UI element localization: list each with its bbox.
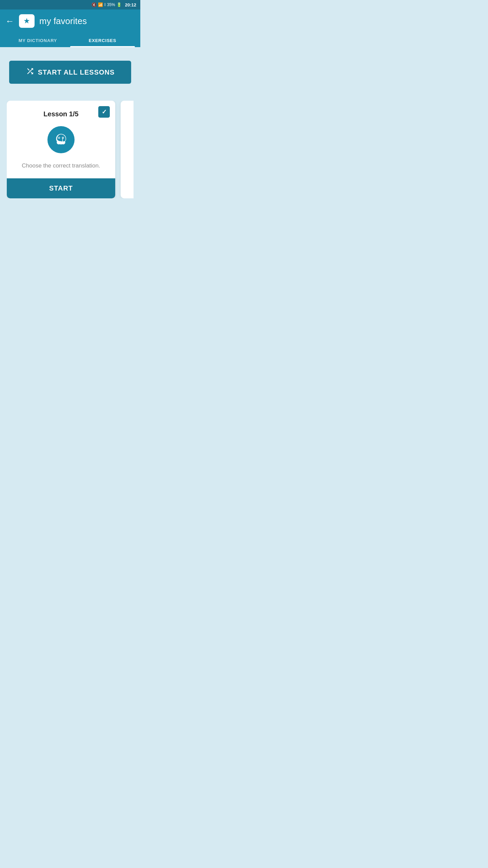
lesson-card-1: ✓ Lesson 1/5 Choose the correct translat… [7, 101, 115, 198]
start-all-label: START ALL LESSONS [38, 68, 115, 76]
lesson-description: Choose the correct translation. [14, 161, 108, 170]
wifi-icon: 📶 [98, 2, 103, 7]
tab-bar: MY DICTIONARY EXERCISES [5, 34, 135, 47]
status-icons: 🔇 📶 Ⅰ 35% 🔋 20:12 [92, 2, 136, 7]
lesson-title: Lesson 1/5 [14, 110, 108, 118]
tab-exercises[interactable]: EXERCISES [70, 34, 135, 47]
signal-icon: Ⅰ [104, 2, 106, 7]
shuffle-icon [26, 67, 35, 78]
mute-icon: 🔇 [92, 2, 97, 7]
lesson-checkbox[interactable]: ✓ [98, 106, 110, 118]
battery-icon: 🔋 [117, 2, 122, 7]
lesson-cards-container: ✓ Lesson 1/5 Choose the correct translat… [7, 101, 134, 198]
back-button[interactable]: ← [5, 16, 14, 26]
battery-text: 35% [107, 2, 115, 7]
brain-icon [53, 132, 69, 147]
brain-icon-circle [47, 126, 75, 153]
lesson-start-button[interactable]: START [7, 178, 115, 198]
start-all-lessons-button[interactable]: START ALL LESSONS [9, 61, 131, 84]
status-time: 20:12 [125, 2, 136, 7]
status-bar: 🔇 📶 Ⅰ 35% 🔋 20:12 [0, 0, 140, 9]
checkmark-icon: ✓ [102, 108, 107, 116]
app-header: ← ★ my favorites MY DICTIONARY EXERCISES [0, 9, 140, 47]
main-content: START ALL LESSONS ✓ Lesson 1/5 Ch [0, 47, 140, 305]
tab-my-dictionary[interactable]: MY DICTIONARY [5, 34, 70, 47]
lesson-card-2-peek [121, 101, 134, 198]
favorites-folder-icon: ★ [19, 14, 35, 28]
lesson-type-icon-container [14, 126, 108, 153]
star-icon: ★ [23, 17, 30, 25]
page-title: my favorites [39, 16, 87, 26]
